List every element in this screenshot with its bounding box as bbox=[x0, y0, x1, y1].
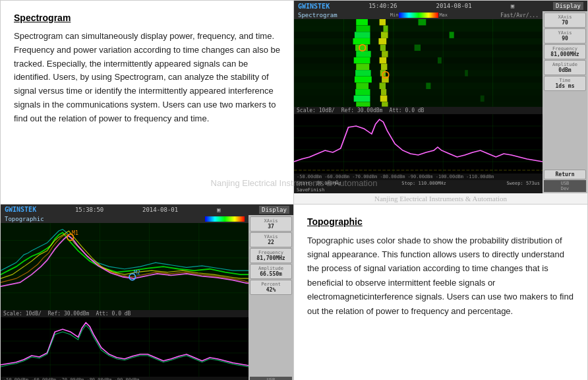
screen-label-bot: Topographic bbox=[5, 216, 44, 222]
btn-freq-top[interactable]: Frequency 81,000MHz bbox=[544, 44, 586, 59]
screen-label-top: Spectrogram bbox=[298, 12, 338, 18]
color-bar-bot bbox=[205, 216, 245, 222]
instr-body-bot: Topographic bbox=[1, 215, 293, 380]
svg-rect-48 bbox=[356, 102, 370, 106]
svg-rect-22 bbox=[294, 57, 543, 64]
btn-xaxis-bot[interactable]: XAxis 37 bbox=[250, 216, 292, 232]
svg-rect-2 bbox=[356, 19, 368, 26]
btn-time-label-top: Time bbox=[546, 78, 584, 83]
scale-bot: Scale: 10dB/ bbox=[3, 311, 42, 317]
svg-rect-9 bbox=[355, 32, 370, 38]
svg-rect-4 bbox=[419, 19, 426, 26]
svg-rect-25 bbox=[438, 57, 442, 64]
btn-freq-value-bot: 81,700MHz bbox=[252, 255, 290, 261]
svg-rect-33 bbox=[294, 77, 543, 83]
svg-rect-7 bbox=[383, 26, 388, 32]
svg-rect-19 bbox=[294, 51, 543, 57]
btn-yaxis-label-bot: YAxis bbox=[252, 234, 290, 239]
svg-rect-27 bbox=[356, 64, 369, 71]
scale-bar-top: Scale: 10dB/ Ref: 30.00dBm Att: 0.0 dB bbox=[294, 107, 543, 114]
svg-rect-5 bbox=[294, 26, 543, 32]
svg-rect-44 bbox=[354, 96, 370, 102]
svg-rect-14 bbox=[378, 38, 386, 45]
waterfall-top bbox=[294, 19, 543, 107]
scale-top: Scale: 10dB/ bbox=[297, 108, 335, 113]
svg-rect-10 bbox=[381, 32, 388, 38]
svg-rect-28 bbox=[381, 64, 387, 71]
svg-rect-41 bbox=[355, 89, 370, 96]
svg-rect-30 bbox=[355, 70, 371, 77]
ref-bot: Ref: 30.00dBm bbox=[48, 311, 90, 317]
btn-pct-bot[interactable]: Percent 42% bbox=[250, 280, 292, 295]
svg-rect-12 bbox=[294, 38, 543, 45]
spectrogram-body: Spectrogram can simultaneously display p… bbox=[14, 30, 280, 126]
svg-rect-56 bbox=[294, 114, 543, 174]
buttons-top: XAxis 70 YAxis 90 Frequency 81,000MHz Am… bbox=[543, 11, 587, 193]
time-top: 15:40:26 bbox=[368, 3, 397, 9]
page-wrapper: Spectrogram Spectrogram can simultaneous… bbox=[0, 0, 588, 380]
svg-rect-36 bbox=[294, 82, 543, 89]
waterfall-bot: M1 M2 bbox=[1, 223, 249, 310]
btn-freq-label-bot: Frequency bbox=[252, 250, 290, 255]
start-freq-top: Start: 30.000MHz bbox=[297, 181, 341, 186]
svg-rect-39 bbox=[426, 82, 430, 89]
btn-amp-value-top: 0dBm bbox=[546, 67, 584, 73]
btn-yaxis-value-bot: 22 bbox=[252, 239, 290, 245]
btn-freq-bot[interactable]: Frequency 81,700MHz bbox=[250, 248, 292, 263]
svg-rect-23 bbox=[354, 57, 370, 64]
svg-rect-34 bbox=[355, 77, 372, 83]
spectrogram-text-panel: Spectrogram Spectrogram can simultaneous… bbox=[1, 1, 294, 205]
save-finish-top: SaveFinish bbox=[297, 187, 324, 193]
spectrogram-heading: Spectrogram bbox=[14, 13, 280, 23]
markers-bot: -50.00dBm -60.00dBm -70.00dBm -80.00dBm … bbox=[1, 377, 249, 380]
markers-top: -50.00dBm -60.00dBm -70.00dBm -80.00dBm … bbox=[294, 174, 543, 180]
title-bar-bot: Topographic bbox=[1, 215, 249, 223]
btn-amp-bot[interactable]: Amplitude 66.550m bbox=[250, 264, 292, 279]
btn-return-top[interactable]: Return bbox=[544, 170, 586, 179]
svg-rect-47 bbox=[294, 102, 543, 106]
svg-rect-43 bbox=[294, 96, 543, 102]
spectrum-svg-top bbox=[294, 114, 543, 174]
topographic-heading: Topographic bbox=[307, 216, 574, 227]
btn-pct-label-bot: Percent bbox=[252, 282, 290, 287]
topo-svg: M1 M2 bbox=[1, 223, 249, 310]
instr-header-bot: GWINSTEK 15:38:50 2014-08-01 ▣ Display bbox=[1, 205, 293, 215]
buttons-bot: XAxis 37 YAxis 22 Frequency 81,700MHz Am… bbox=[249, 215, 293, 380]
btn-yaxis-bot[interactable]: YAxis 22 bbox=[250, 232, 292, 247]
topographic-body: Topographic uses color shade to show the… bbox=[307, 234, 574, 319]
btn-return-label-top: Return bbox=[546, 172, 584, 177]
color-gradient bbox=[399, 13, 438, 18]
svg-rect-46 bbox=[481, 96, 485, 102]
menu-label-bot: Display bbox=[259, 206, 289, 214]
save-bar-top: SaveFinish bbox=[294, 187, 543, 193]
btn-amp-value-bot: 66.550m bbox=[252, 271, 290, 277]
att-top: Att: 0.0 dB bbox=[389, 108, 424, 113]
btn-xaxis-label-top: XAxis bbox=[546, 15, 584, 20]
btn-freq-label-top: Frequency bbox=[546, 46, 584, 51]
btn-xaxis-top[interactable]: XAxis 70 bbox=[544, 13, 586, 28]
svg-rect-17 bbox=[380, 45, 386, 51]
btn-pct-value-bot: 42% bbox=[252, 287, 290, 293]
svg-rect-42 bbox=[381, 89, 386, 96]
brand-bot: GWINSTEK bbox=[5, 206, 36, 213]
menu-label-top: Display bbox=[553, 2, 583, 10]
spectrum-top bbox=[294, 114, 543, 174]
svg-rect-13 bbox=[353, 38, 370, 45]
svg-text:M1: M1 bbox=[72, 230, 78, 236]
svg-rect-32 bbox=[465, 70, 468, 77]
svg-rect-29 bbox=[294, 70, 543, 77]
svg-rect-20 bbox=[356, 51, 370, 57]
screen-area-bot: Topographic bbox=[1, 215, 249, 380]
btn-time-top[interactable]: Time 1ds ms bbox=[544, 76, 586, 91]
svg-rect-8 bbox=[294, 32, 543, 38]
time-bot: 15:38:50 bbox=[75, 206, 103, 213]
spectrogram-instrument-panel: GWINSTEK 15:40:26 2014-08-01 ▣ Display S… bbox=[294, 1, 587, 205]
btn-yaxis-top[interactable]: YAxis 90 bbox=[544, 28, 586, 44]
title-bar-top: Spectrogram Min Max Fast/Avr/... bbox=[294, 11, 543, 19]
btn-xaxis-value-bot: 37 bbox=[252, 224, 290, 230]
topographic-instrument: GWINSTEK 15:38:50 2014-08-01 ▣ Display T… bbox=[1, 205, 293, 380]
scale-bar-bot: Scale: 10dB/ Ref: 30.00dBm Att: 0.0 dB bbox=[1, 310, 249, 317]
svg-rect-18 bbox=[415, 45, 421, 51]
btn-amp-top[interactable]: Amplitude 0dBm bbox=[544, 60, 586, 75]
instr-header-top: GWINSTEK 15:40:26 2014-08-01 ▣ Display bbox=[294, 1, 587, 11]
